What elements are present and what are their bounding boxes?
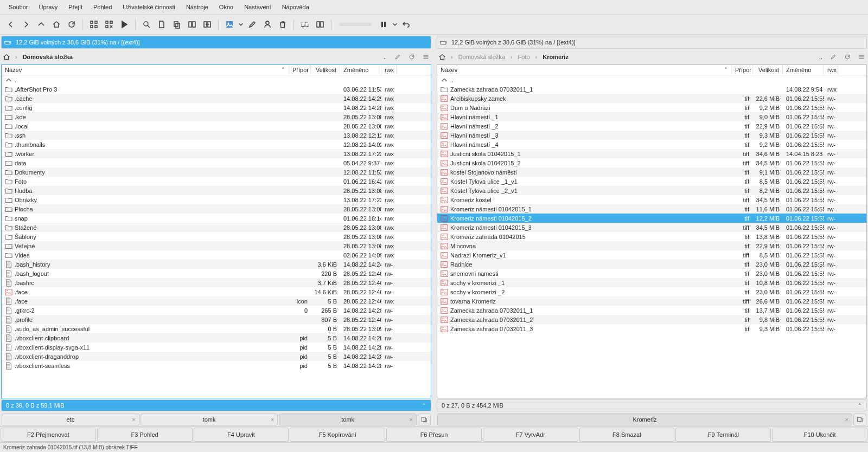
table-row[interactable]: .local28.05.22 13:08rwx [2, 121, 431, 131]
col-ext[interactable]: Přípor [732, 65, 752, 75]
table-row[interactable]: .face14,6 KiB28.05.22 12:46rw- [2, 287, 431, 296]
table-row[interactable]: Kromeriz kosteltiff34,5 MiB01.06.22 15:5… [437, 195, 866, 204]
swap-button[interactable] [200, 17, 215, 32]
table-row[interactable]: Justicni skola 01042015_2tiff34,5 MiB01.… [437, 158, 866, 167]
col-date[interactable]: Změněno [340, 65, 381, 75]
table-row[interactable]: Veřejné28.05.22 13:08rwx [2, 241, 431, 250]
table-row[interactable]: .config14.08.22 14:28rwx [2, 103, 431, 112]
path-dots[interactable]: .. [381, 53, 389, 61]
table-row[interactable]: data05.04.22 9:37rwx [2, 158, 431, 167]
deselect-button[interactable] [101, 17, 117, 32]
drive-bar-left[interactable]: 12,2 GiB volných z 38,6 GiB (31%) na / [… [1, 36, 431, 49]
table-row[interactable]: Foto01.06.22 16:42rwx [2, 177, 431, 186]
table-row[interactable]: .vboxclient-seamlesspid5 B14.08.22 14:28… [2, 361, 431, 370]
edit-path-icon[interactable] [392, 51, 403, 62]
new-tab-button[interactable] [853, 414, 866, 425]
table-row[interactable]: Hlavní námestí _2tif22,9 MiB01.06.22 15:… [437, 121, 866, 131]
forward-button[interactable] [18, 17, 34, 32]
close-icon[interactable]: × [845, 416, 848, 423]
table-row[interactable]: .vboxclient-display-svga-x11pid5 B14.08.… [2, 343, 431, 352]
close-icon[interactable]: × [271, 416, 274, 423]
table-row[interactable]: Videa02.06.22 14:09rwx [2, 250, 431, 260]
expand-icon[interactable]: ⌃ [858, 403, 862, 408]
search-button[interactable] [139, 17, 154, 32]
file-list-right[interactable]: Název⌃ Přípor Velikost Změněno rwx ..Zam… [437, 64, 867, 398]
trash-button[interactable] [275, 17, 290, 32]
view-button[interactable] [222, 17, 237, 32]
fn-button[interactable]: F8 Smazat [579, 428, 675, 442]
menu-item[interactable]: Okno [214, 2, 239, 12]
table-row[interactable]: Radnicetif23,0 MiB01.06.22 15:55rw- [437, 260, 866, 269]
column-headers[interactable]: Název⌃ Přípor Velikost Změněno rwx [437, 65, 866, 75]
reload-icon[interactable] [406, 51, 417, 62]
close-icon[interactable]: × [410, 416, 413, 423]
table-row[interactable]: Obrázky13.08.22 17:23rwx [2, 195, 431, 204]
table-row[interactable]: Zamecka zahrada 07032011_114.08.22 9:54r… [437, 85, 866, 94]
table-row[interactable]: Dum u Nadrazitif9,2 MiB01.06.22 15:55rw- [437, 103, 866, 112]
pause-button[interactable] [376, 17, 391, 32]
home-icon[interactable] [437, 51, 448, 62]
table-row[interactable]: Hlavní námestí _3tif9,3 MiB01.06.22 15:5… [437, 131, 866, 140]
fn-button[interactable]: F3 Pohled [97, 428, 193, 442]
table-row[interactable]: sochy v kromerizi _2tif23,0 MiB01.06.22 … [437, 287, 866, 296]
undo-button[interactable] [399, 17, 414, 32]
table-row[interactable]: tovarna Kromeriztiff26,6 MiB01.06.22 15:… [437, 296, 866, 306]
table-row[interactable]: Kromeriz námesti 01042015_1tif11,6 MiB01… [437, 204, 866, 214]
play-button[interactable] [117, 17, 132, 32]
col-name[interactable]: Název⌃ [2, 65, 289, 75]
reload-icon[interactable] [842, 51, 853, 62]
menu-item[interactable]: Přejít [63, 2, 88, 12]
up-row[interactable]: .. [437, 75, 866, 85]
edit-path-icon[interactable] [828, 51, 839, 62]
back-button[interactable] [3, 17, 18, 32]
menu-item[interactable]: Soubor [3, 2, 33, 12]
fn-button[interactable]: F4 Upravit [194, 428, 289, 442]
table-row[interactable]: .kde28.05.22 13:08rwx [2, 112, 431, 121]
file-list-left[interactable]: Název⌃ Přípor Velikost Změněno rwx ...Af… [1, 64, 431, 398]
menu-icon[interactable] [420, 51, 431, 62]
table-row[interactable]: .bash_logout220 B28.05.22 12:46rw- [2, 269, 431, 278]
close-icon[interactable]: × [132, 416, 135, 423]
copy-button[interactable] [169, 17, 184, 32]
up-button[interactable] [34, 17, 49, 32]
select-all-button[interactable] [86, 17, 101, 32]
table-row[interactable]: Hudba28.05.22 13:08rwx [2, 186, 431, 195]
col-size[interactable]: Velikost [311, 65, 340, 75]
table-row[interactable]: Hlavní námestí _4tif9,2 MiB01.06.22 15:5… [437, 140, 866, 149]
table-row[interactable]: .vboxclient-draganddroppid5 B14.08.22 14… [2, 352, 431, 361]
table-row[interactable]: .cache14.08.22 14:29rwx [2, 94, 431, 103]
fn-button[interactable]: F10 Ukončit [772, 428, 867, 442]
table-row[interactable]: snap01.06.22 16:14rwx [2, 214, 431, 223]
home-icon[interactable] [1, 51, 12, 62]
dropdown2-button[interactable] [391, 17, 399, 32]
fn-button[interactable]: F5 Kopírování [290, 428, 385, 442]
table-row[interactable]: Kromeriz námesti 01042015_2tif12,2 MiB01… [437, 214, 866, 223]
table-row[interactable]: .sudo_as_admin_successful0 B28.05.22 13:… [2, 324, 431, 333]
fn-button[interactable]: F7 VytvAdr [483, 428, 578, 442]
home-button[interactable] [49, 17, 64, 32]
table-row[interactable]: Plocha28.05.22 13:08rwx [2, 204, 431, 214]
table-row[interactable]: .ssh13.08.22 12:12rwx [2, 131, 431, 140]
refresh-button[interactable] [64, 17, 79, 32]
expand-icon[interactable]: ⌃ [422, 403, 426, 408]
table-row[interactable]: Mincovnatif22,9 MiB01.06.22 15:55rw- [437, 241, 866, 250]
breadcrumb-segment[interactable]: Domovská složka [21, 53, 75, 61]
table-row[interactable]: .bashrc3,7 KiB28.05.22 12:46rw- [2, 278, 431, 287]
col-size[interactable]: Velikost [752, 65, 783, 75]
menu-item[interactable]: Uživatelské činnosti [117, 2, 181, 12]
panel-tab[interactable]: tomk× [279, 414, 417, 425]
path-dots[interactable]: .. [817, 53, 825, 61]
table-row[interactable]: .vboxclient-clipboardpid5 B14.08.22 14:2… [2, 333, 431, 343]
menu-item[interactable]: Úpravy [33, 2, 63, 12]
sync-button[interactable] [312, 17, 328, 32]
table-row[interactable]: Kromeriz námesti 01042015_3tiff34,5 MiB0… [437, 223, 866, 232]
table-row[interactable]: .faceicon5 B28.05.22 12:46rwx [2, 296, 431, 306]
table-row[interactable]: Zamecka zahrada 07032011_1tif13,7 MiB01.… [437, 306, 866, 315]
new-file-button[interactable] [154, 17, 169, 32]
table-row[interactable]: .thumbnails12.08.22 14:02rwx [2, 140, 431, 149]
table-row[interactable]: Kostel Tylova ulice _1_v1tif8,5 MiB01.06… [437, 177, 866, 186]
table-row[interactable]: Kostel Tylova ulice _2_v1tif8,2 MiB01.06… [437, 186, 866, 195]
menu-item[interactable]: Nápověda [277, 2, 315, 12]
user-button[interactable] [260, 17, 275, 32]
menu-item[interactable]: Pohled [88, 2, 117, 12]
